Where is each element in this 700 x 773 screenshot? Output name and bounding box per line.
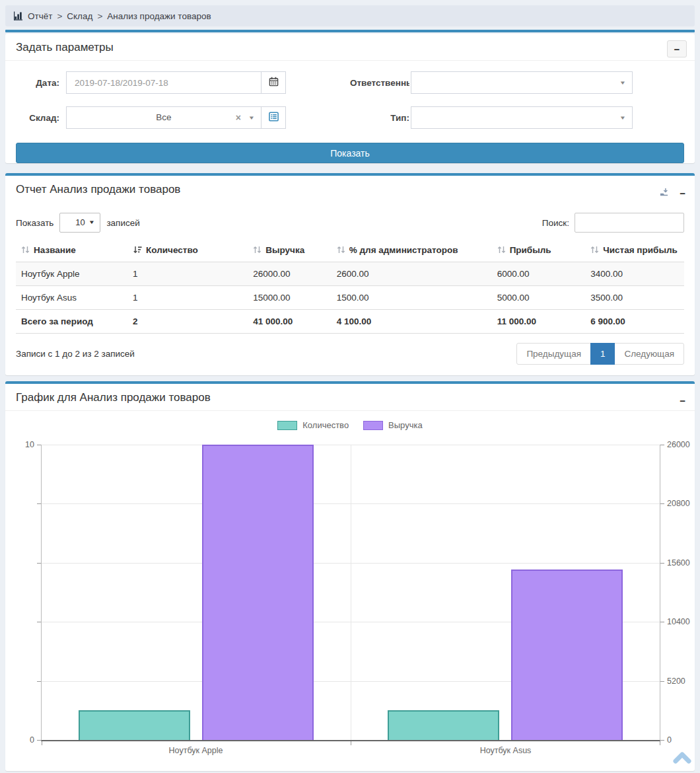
show-button[interactable]: Показать bbox=[16, 143, 684, 163]
panel-report-title: Отчет Анализ продажи товаров bbox=[16, 183, 684, 196]
column-header[interactable]: Прибыль bbox=[497, 239, 591, 262]
axis-tick bbox=[37, 563, 41, 564]
bar-chart-icon bbox=[13, 11, 23, 20]
bar-quantity[interactable] bbox=[79, 710, 190, 740]
axis-tick bbox=[660, 445, 664, 445]
collapse-button[interactable]: − bbox=[667, 40, 687, 57]
scroll-top-button[interactable] bbox=[673, 751, 691, 765]
date-label: Дата: bbox=[16, 78, 59, 88]
table-cell: 2600.00 bbox=[337, 262, 497, 286]
category-label: Ноутбук Apple bbox=[41, 746, 351, 755]
bar-revenue[interactable] bbox=[511, 570, 622, 740]
right-axis-label: 15600 bbox=[667, 558, 690, 568]
minus-icon: − bbox=[674, 44, 680, 54]
date-range-input[interactable] bbox=[66, 71, 262, 94]
parameters-form: Дата: Ответственный: ▼ bbox=[5, 61, 695, 143]
table-total-cell: Всего за период bbox=[16, 310, 133, 334]
sort-icon bbox=[253, 246, 262, 256]
table-row: Ноутбук Asus115000.001500.005000.003500.… bbox=[16, 286, 684, 310]
table-cell: 3500.00 bbox=[590, 286, 684, 310]
column-header[interactable]: % для администраторов bbox=[337, 239, 497, 262]
table-total-cell: 6 900.00 bbox=[590, 310, 684, 334]
calendar-icon bbox=[269, 77, 279, 89]
table-cell: 15000.00 bbox=[253, 286, 337, 310]
column-header[interactable]: Количество bbox=[133, 239, 253, 262]
bar-group bbox=[351, 445, 660, 740]
table-cell: 5000.00 bbox=[497, 286, 591, 310]
responsible-select[interactable]: ▼ bbox=[411, 71, 633, 94]
collapse-button[interactable]: − bbox=[678, 394, 687, 407]
chevron-down-icon: ▼ bbox=[88, 213, 95, 232]
table-total-cell: 2 bbox=[133, 310, 253, 334]
divider bbox=[5, 30, 695, 32]
page-length-select[interactable]: 10 ▼ bbox=[59, 213, 100, 233]
breadcrumb-item[interactable]: Склад bbox=[67, 11, 92, 21]
legend-entry[interactable]: Количество bbox=[277, 420, 349, 430]
legend-entry[interactable]: Выручка bbox=[363, 420, 423, 430]
responsible-label: Ответственный: bbox=[350, 78, 409, 88]
chevron-down-icon: ▼ bbox=[248, 115, 255, 121]
breadcrumb-separator: > bbox=[57, 11, 62, 21]
column-header[interactable]: Название bbox=[16, 239, 133, 262]
minus-icon: − bbox=[680, 188, 685, 198]
panel-chart: График для Анализ продажи товаров − Коли… bbox=[5, 381, 695, 771]
legend-swatch bbox=[277, 421, 297, 430]
pagination-next[interactable]: Следующая bbox=[614, 343, 684, 365]
table-cell: Ноутбук Apple bbox=[16, 262, 133, 286]
breadcrumb-item[interactable]: Анализ продажи товаров bbox=[107, 11, 211, 21]
table-cell: 1 bbox=[133, 262, 253, 286]
search-input[interactable] bbox=[575, 213, 684, 233]
table-row: Ноутбук Apple126000.002600.006000.003400… bbox=[16, 262, 684, 286]
right-axis-label: 5200 bbox=[667, 677, 685, 686]
bar-revenue[interactable] bbox=[202, 445, 313, 740]
search-label: Поиск: bbox=[542, 218, 569, 228]
sort-icon bbox=[590, 246, 599, 256]
pagination-previous[interactable]: Предыдущая bbox=[516, 343, 591, 365]
report-table: НазваниеКоличествоВыручка% для администр… bbox=[16, 239, 684, 334]
chart: КоличествоВыручка 2600020800156001040052… bbox=[5, 411, 695, 771]
calendar-button[interactable] bbox=[261, 71, 286, 94]
type-select[interactable]: ▼ bbox=[411, 106, 633, 129]
left-axis-label: 10 bbox=[25, 440, 34, 449]
warehouse-selected-value: Все bbox=[67, 107, 261, 128]
panel-parameters-title: Задать параметры bbox=[16, 41, 684, 54]
column-header-label: Название bbox=[34, 245, 76, 255]
axis-tick bbox=[37, 445, 41, 445]
axis-tick bbox=[660, 622, 664, 622]
table-cell: 3400.00 bbox=[590, 262, 684, 286]
clear-selection-icon[interactable]: × bbox=[236, 112, 241, 123]
column-header[interactable]: Выручка bbox=[253, 239, 337, 262]
sort-icon bbox=[337, 246, 345, 256]
export-button[interactable] bbox=[658, 186, 670, 200]
breadcrumb-item[interactable]: Отчёт bbox=[28, 11, 52, 21]
legend-swatch bbox=[363, 421, 383, 430]
table-total-cell: 41 000.00 bbox=[253, 310, 337, 334]
warehouse-label: Склад: bbox=[16, 113, 59, 123]
right-axis-label: 0 bbox=[667, 735, 672, 745]
table-cell: Ноутбук Asus bbox=[16, 286, 133, 310]
axis-tick bbox=[660, 563, 664, 564]
bar-quantity[interactable] bbox=[388, 710, 499, 740]
sort-desc-icon bbox=[133, 246, 142, 256]
right-axis-label: 26000 bbox=[667, 440, 690, 449]
axis-tick bbox=[660, 681, 664, 682]
length-prefix-label: Показать bbox=[16, 218, 53, 228]
table-cell: 6000.00 bbox=[497, 262, 591, 286]
chart-category-labels: Ноутбук AppleНоутбук Asus bbox=[41, 746, 660, 755]
legend-label: Выручка bbox=[388, 420, 423, 430]
left-axis-label: 0 bbox=[30, 735, 34, 745]
column-header[interactable]: Чистая прибыль bbox=[590, 239, 684, 262]
export-icon bbox=[659, 188, 669, 199]
warehouse-list-button[interactable] bbox=[261, 106, 286, 129]
length-suffix-label: записей bbox=[106, 218, 139, 228]
chart-legend: КоличествоВыручка bbox=[5, 418, 695, 435]
sort-icon bbox=[21, 246, 30, 256]
collapse-button[interactable]: − bbox=[678, 187, 687, 200]
table-controls: Показать 10 ▼ записей Поиск: bbox=[5, 202, 695, 237]
axis-tick bbox=[660, 740, 664, 741]
axis-tick bbox=[660, 503, 664, 504]
pagination-page-1[interactable]: 1 bbox=[590, 343, 615, 365]
warehouse-select[interactable]: Все × ▼ bbox=[66, 106, 262, 129]
axis-tick bbox=[42, 741, 42, 745]
axis-tick bbox=[351, 741, 351, 745]
